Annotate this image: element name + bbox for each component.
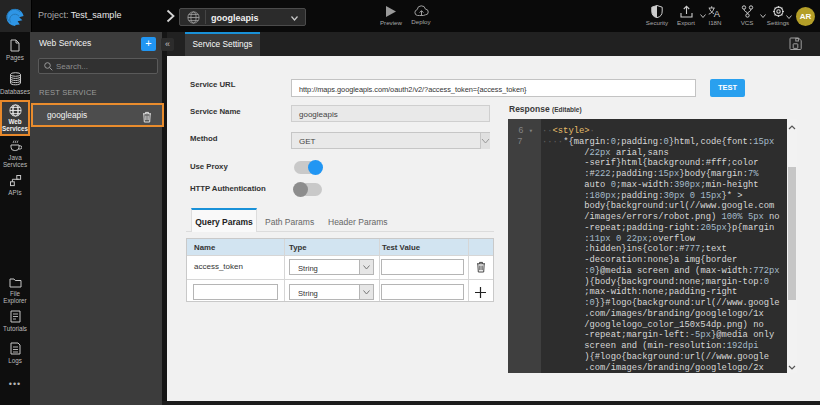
svg-text:A: A	[714, 8, 721, 18]
